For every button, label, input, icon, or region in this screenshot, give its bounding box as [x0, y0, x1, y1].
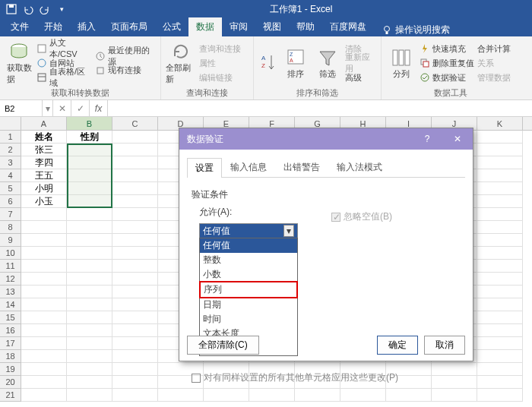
cell[interactable] — [477, 234, 523, 247]
row-header[interactable]: 13 — [0, 286, 21, 298]
from-csv-button[interactable]: 从文本/CSV — [36, 42, 92, 55]
tab-page-layout[interactable]: 页面布局 — [103, 17, 155, 36]
cell[interactable] — [67, 260, 112, 273]
tab-view[interactable]: 视图 — [255, 17, 289, 36]
cell[interactable] — [67, 389, 112, 402]
refresh-all-button[interactable]: 全部刷新 — [166, 39, 196, 87]
from-range-button[interactable]: 自表格/区域 — [36, 71, 92, 84]
cell[interactable] — [249, 389, 295, 402]
cell[interactable] — [477, 144, 523, 156]
cell[interactable] — [67, 234, 112, 247]
allow-select[interactable]: 任何值 ▾ — [199, 223, 298, 238]
cell[interactable] — [67, 169, 112, 182]
cell[interactable] — [67, 376, 112, 389]
cell[interactable] — [432, 389, 477, 402]
cell[interactable] — [112, 376, 158, 389]
row-header[interactable]: 11 — [0, 260, 21, 273]
name-box-dropdown[interactable]: ▾ — [43, 100, 53, 116]
cell[interactable] — [67, 311, 112, 324]
cell[interactable] — [67, 337, 112, 350]
cell[interactable] — [67, 195, 112, 208]
cell[interactable] — [477, 182, 523, 195]
cell[interactable]: 小玉 — [21, 195, 67, 208]
cell[interactable] — [477, 169, 523, 182]
cell[interactable] — [112, 131, 158, 144]
manage-data-button[interactable]: 管理数据 — [477, 71, 511, 84]
cell[interactable] — [112, 182, 158, 195]
cell[interactable] — [21, 260, 67, 273]
dropdown-item[interactable]: 时间 — [200, 312, 297, 327]
cell[interactable] — [477, 389, 523, 402]
cell[interactable] — [477, 363, 523, 376]
cell[interactable] — [112, 324, 158, 337]
cell[interactable] — [21, 389, 67, 402]
tab-review[interactable]: 审阅 — [222, 17, 255, 36]
row-header[interactable]: 6 — [0, 195, 21, 208]
row-header[interactable]: 18 — [0, 350, 21, 363]
row-header[interactable]: 4 — [0, 169, 21, 182]
cell[interactable] — [477, 221, 523, 234]
cell[interactable] — [67, 182, 112, 195]
cell[interactable] — [21, 208, 67, 221]
row-header[interactable]: 8 — [0, 221, 21, 234]
cell[interactable] — [477, 298, 523, 311]
properties-button[interactable]: 属性 — [199, 56, 241, 70]
undo-icon[interactable] — [21, 2, 35, 16]
cell[interactable] — [112, 247, 158, 260]
dropdown-item[interactable]: 整数 — [200, 253, 297, 267]
cell[interactable] — [112, 169, 158, 182]
cell[interactable] — [112, 389, 158, 402]
cell[interactable] — [204, 389, 249, 402]
advanced-filter-button[interactable]: 高级 — [345, 71, 376, 84]
queries-conn-button[interactable]: 查询和连接 — [199, 42, 241, 55]
row-header[interactable]: 15 — [0, 311, 21, 324]
col-header[interactable]: C — [112, 117, 158, 130]
cell[interactable] — [477, 350, 523, 363]
qat-dropdown-icon[interactable]: ▾ — [55, 2, 68, 16]
cell[interactable] — [477, 131, 523, 144]
cell[interactable] — [112, 260, 158, 273]
dropdown-item[interactable]: 日期 — [200, 298, 297, 312]
cell[interactable] — [21, 311, 67, 324]
recent-sources-button[interactable]: 最近使用的源 — [95, 49, 156, 63]
cell[interactable] — [67, 156, 112, 169]
dialog-titlebar[interactable]: 数据验证 ? ✕ — [179, 128, 473, 150]
cell[interactable]: 小明 — [21, 182, 67, 195]
cell[interactable] — [386, 389, 432, 402]
tab-help[interactable]: 帮助 — [289, 17, 322, 36]
cell[interactable] — [477, 286, 523, 298]
cell[interactable]: 姓名 — [21, 131, 67, 144]
cell[interactable] — [477, 311, 523, 324]
cell[interactable] — [477, 273, 523, 286]
cell[interactable] — [21, 363, 67, 376]
existing-conn-button[interactable]: 现有连接 — [95, 64, 156, 77]
select-all-corner[interactable] — [0, 117, 21, 130]
cell[interactable] — [112, 311, 158, 324]
tab-error-alert[interactable]: 出错警告 — [275, 157, 328, 177]
clear-all-button[interactable]: 全部清除(C) — [187, 336, 259, 355]
get-data-button[interactable]: 获取数 据 — [5, 39, 33, 87]
ok-button[interactable]: 确定 — [377, 336, 418, 355]
cell[interactable] — [477, 247, 523, 260]
cell[interactable] — [67, 144, 112, 156]
confirm-formula-icon[interactable]: ✓ — [71, 100, 90, 116]
cell[interactable] — [21, 221, 67, 234]
row-header[interactable]: 1 — [0, 131, 21, 144]
cell[interactable] — [112, 156, 158, 169]
cell[interactable] — [67, 221, 112, 234]
help-icon[interactable]: ? — [412, 128, 442, 150]
flash-fill-button[interactable]: 快速填充 — [420, 42, 474, 55]
dropdown-item[interactable]: 序列 — [199, 281, 298, 298]
tab-file[interactable]: 文件 — [3, 17, 36, 36]
tab-ime[interactable]: 输入法模式 — [328, 157, 391, 177]
cell[interactable] — [112, 144, 158, 156]
row-header[interactable]: 3 — [0, 156, 21, 169]
close-icon[interactable]: ✕ — [442, 128, 473, 150]
remove-dupes-button[interactable]: 删除重复值 — [420, 56, 474, 70]
filter-button[interactable]: 筛选 — [313, 39, 342, 87]
cell[interactable] — [21, 234, 67, 247]
cell[interactable] — [477, 337, 523, 350]
row-header[interactable]: 21 — [0, 389, 21, 402]
redo-icon[interactable] — [38, 2, 52, 16]
cell[interactable] — [21, 350, 67, 363]
